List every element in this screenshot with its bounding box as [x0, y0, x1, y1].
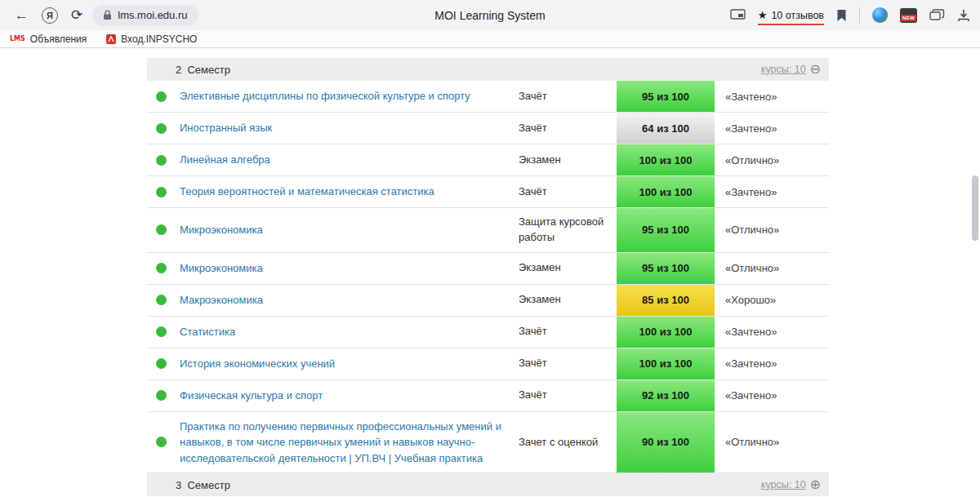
status-cell: [147, 285, 176, 316]
grades-table-body: Элективные дисциплины по физической куль…: [147, 81, 829, 473]
score-badge: 95 из 100: [617, 208, 715, 252]
course-link[interactable]: Линейная алгебра: [180, 153, 270, 166]
table-row: История экономических учений Зачёт 100 и…: [147, 348, 829, 380]
site-panel-icon[interactable]: [730, 9, 746, 21]
course-link[interactable]: Микроэкономика: [180, 262, 263, 274]
status-cell: [147, 208, 176, 252]
courses-count: курсы: 10 ⊖: [761, 63, 821, 76]
tickets-icon[interactable]: [929, 9, 945, 21]
grade-text: «Отлично»: [715, 436, 829, 448]
score-badge-cell: 90 из 100: [617, 412, 715, 473]
calendar-new-icon[interactable]: NEW: [900, 8, 917, 23]
assessment-type: Зачёт: [519, 317, 617, 346]
status-dot-icon: [156, 224, 167, 235]
refresh-button[interactable]: ⟳: [71, 8, 82, 22]
courses-count-link[interactable]: курсы: 10: [761, 64, 806, 75]
inpsycho-favicon: [106, 34, 116, 44]
score-badge: 100 из 100: [617, 348, 715, 379]
score-badge-cell: 100 из 100: [617, 348, 715, 379]
lms-page-content: 2 Семестр курсы: 10 ⊖ Элективные дисципл…: [0, 58, 980, 496]
status-cell: [147, 113, 176, 144]
browser-toolbar: ← Я ⟳ lms.moi.edu.ru MOI Learning System…: [0, 0, 980, 30]
expand-icon[interactable]: ⊕: [810, 478, 821, 491]
course-cell: Элективные дисциплины по физической куль…: [176, 82, 519, 111]
grade-text: «Зачтено»: [715, 186, 829, 198]
status-dot-icon: [156, 187, 167, 197]
browser-profile-icon[interactable]: [872, 7, 888, 23]
yandex-logo-icon[interactable]: Я: [42, 7, 58, 24]
bookmark-label: Вход.INPSYCHO: [121, 33, 197, 45]
table-row: Макроэкономика Экзамен 85 из 100 «Хорошо…: [147, 285, 829, 317]
bookmarks-bar: LMS Объявления Вход.INPSYCHO: [0, 30, 980, 48]
score-badge: 92 из 100: [617, 380, 715, 411]
assessment-type: Зачёт: [519, 178, 617, 206]
assessment-type: Зачёт: [519, 82, 617, 111]
score-badge-cell: 100 из 100: [617, 144, 715, 175]
bookmark-icon[interactable]: [836, 9, 847, 22]
lock-icon: [103, 10, 112, 20]
scrollbar-thumb[interactable]: [972, 175, 978, 241]
status-cell: [147, 253, 176, 284]
course-link[interactable]: Иностранный язык: [180, 122, 272, 134]
table-row: Статистика Зачёт 100 из 100 «Зачтено»: [147, 317, 829, 348]
score-badge: 90 из 100: [617, 412, 715, 473]
courses-count: курсы: 10 ⊕: [761, 478, 821, 491]
assessment-type: Защита курсовой работы: [519, 208, 617, 252]
collapse-icon[interactable]: ⊖: [810, 63, 821, 76]
status-dot-icon: [156, 123, 167, 134]
browser-window: ← Я ⟳ lms.moi.edu.ru MOI Learning System…: [0, 0, 980, 48]
course-link[interactable]: Макроэкономика: [180, 294, 263, 306]
course-link[interactable]: Элективные дисциплины по физической куль…: [180, 90, 470, 102]
assessment-type: Зачёт: [519, 381, 617, 410]
table-row: Иностранный язык Зачёт 64 из 100 «Зачтен…: [147, 113, 829, 144]
score-badge-cell: 100 из 100: [617, 317, 715, 348]
course-link[interactable]: Физическая культура и спорт: [180, 389, 323, 402]
download-icon[interactable]: [957, 9, 970, 22]
star-icon: ★: [758, 9, 768, 21]
grade-text: «Зачтено»: [715, 91, 829, 103]
address-bar[interactable]: lms.moi.edu.ru: [92, 5, 198, 26]
course-cell: Физическая культура и спорт: [176, 381, 519, 410]
course-link[interactable]: История экономических учений: [180, 357, 335, 370]
course-link[interactable]: Практика по получению первичных професси…: [180, 420, 501, 464]
score-badge-cell: 85 из 100: [617, 285, 715, 316]
semester-header: 2 Семестр курсы: 10 ⊖: [147, 58, 829, 81]
score-badge: 100 из 100: [617, 144, 715, 175]
assessment-type: Экзамен: [519, 254, 617, 282]
course-link[interactable]: Микроэкономика: [180, 224, 263, 236]
status-dot-icon: [156, 155, 167, 166]
toolbar-separator: [859, 7, 860, 24]
score-badge-cell: 100 из 100: [617, 176, 715, 207]
site-reviews[interactable]: ★ 10 отзывов: [758, 9, 824, 25]
semester-title: 3 Семестр: [176, 479, 230, 491]
grade-text: «Зачтено»: [715, 326, 829, 338]
new-badge: NEW: [901, 15, 916, 21]
course-cell: Микроэкономика: [176, 215, 519, 245]
bookmark-label: Объявления: [30, 33, 87, 45]
courses-count-link[interactable]: курсы: 10: [761, 479, 806, 490]
table-row: Элективные дисциплины по физической куль…: [147, 81, 829, 113]
bookmark-item-announcements[interactable]: LMS Объявления: [10, 33, 87, 45]
assessment-type: Экзамен: [519, 146, 617, 175]
grades-table: 2 Семестр курсы: 10 ⊖ Элективные дисципл…: [147, 58, 829, 496]
grade-text: «Отлично»: [715, 224, 829, 236]
bookmark-item-inpsycho[interactable]: Вход.INPSYCHO: [106, 33, 197, 45]
status-cell: [147, 176, 176, 207]
score-badge: 85 из 100: [617, 285, 715, 316]
course-link[interactable]: Статистика: [180, 326, 235, 338]
score-badge-cell: 95 из 100: [617, 253, 715, 284]
course-cell: Практика по получению первичных професси…: [176, 412, 519, 473]
course-cell: Теория вероятностей и математическая ста…: [176, 177, 519, 206]
table-row: Практика по получению первичных професси…: [147, 412, 829, 474]
course-link[interactable]: Теория вероятностей и математическая ста…: [180, 185, 434, 197]
table-row: Линейная алгебра Экзамен 100 из 100 «Отл…: [147, 144, 829, 176]
score-badge: 95 из 100: [617, 253, 715, 284]
assessment-type: Зачёт: [519, 349, 617, 378]
back-button[interactable]: ←: [15, 8, 29, 22]
url-text: lms.moi.edu.ru: [118, 9, 187, 21]
score-badge: 100 из 100: [617, 176, 715, 207]
course-cell: Иностранный язык: [176, 113, 519, 143]
grade-text: «Отлично»: [715, 262, 829, 274]
table-row: Микроэкономика Защита курсовой работы 95…: [147, 208, 829, 253]
status-cell: [147, 317, 176, 348]
